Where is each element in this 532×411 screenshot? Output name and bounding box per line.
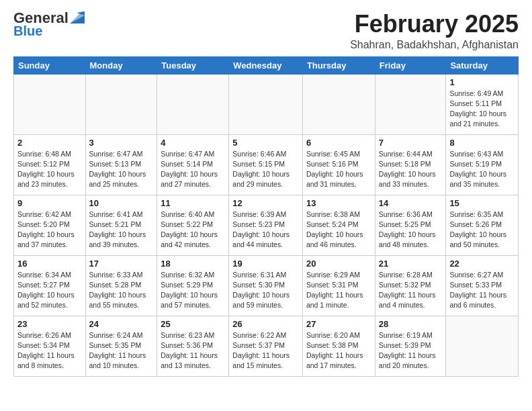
logo-icon: [70, 11, 85, 24]
day-number: 4: [161, 138, 225, 148]
calendar-cell: 17Sunrise: 6:33 AM Sunset: 5:28 PM Dayli…: [85, 255, 157, 316]
day-number: 7: [379, 138, 443, 148]
day-number: 3: [89, 138, 154, 148]
day-number: 20: [306, 259, 371, 269]
day-info: Sunrise: 6:47 AM Sunset: 5:13 PM Dayligh…: [89, 149, 154, 190]
title-block: February 2025 Shahran, Badakhshan, Afgha…: [350, 11, 519, 51]
day-number: 26: [232, 319, 299, 329]
day-number: 27: [306, 319, 371, 329]
day-number: 24: [89, 319, 154, 329]
day-info: Sunrise: 6:23 AM Sunset: 5:36 PM Dayligh…: [161, 330, 225, 371]
calendar-cell: 4Sunrise: 6:47 AM Sunset: 5:14 PM Daylig…: [157, 134, 229, 195]
calendar-cell: 10Sunrise: 6:41 AM Sunset: 5:21 PM Dayli…: [85, 195, 157, 255]
logo-blue-text: Blue: [13, 24, 42, 38]
calendar-cell: 18Sunrise: 6:32 AM Sunset: 5:29 PM Dayli…: [157, 255, 229, 316]
calendar-week-row: 1Sunrise: 6:49 AM Sunset: 5:11 PM Daylig…: [14, 74, 519, 134]
day-number: 1: [449, 77, 515, 87]
weekday-header-thursday: Thursday: [302, 56, 375, 74]
day-number: 11: [161, 198, 225, 208]
day-number: 9: [17, 198, 82, 208]
page: General Blue February 2025 Shahran, Bada…: [0, 0, 532, 390]
calendar-cell: 12Sunrise: 6:39 AM Sunset: 5:23 PM Dayli…: [229, 195, 303, 255]
calendar-cell: 22Sunrise: 6:27 AM Sunset: 5:33 PM Dayli…: [446, 255, 519, 316]
day-info: Sunrise: 6:40 AM Sunset: 5:22 PM Dayligh…: [161, 210, 225, 250]
day-info: Sunrise: 6:29 AM Sunset: 5:31 PM Dayligh…: [306, 270, 371, 311]
calendar-cell: 15Sunrise: 6:35 AM Sunset: 5:26 PM Dayli…: [446, 195, 519, 255]
day-number: 10: [89, 198, 154, 208]
calendar-cell: [302, 74, 375, 134]
calendar-cell: 1Sunrise: 6:49 AM Sunset: 5:11 PM Daylig…: [446, 74, 519, 134]
day-number: 15: [449, 198, 515, 208]
calendar-cell: 3Sunrise: 6:47 AM Sunset: 5:13 PM Daylig…: [85, 134, 157, 195]
day-info: Sunrise: 6:22 AM Sunset: 5:37 PM Dayligh…: [232, 330, 299, 371]
calendar: SundayMondayTuesdayWednesdayThursdayFrid…: [13, 56, 519, 377]
day-info: Sunrise: 6:35 AM Sunset: 5:26 PM Dayligh…: [449, 210, 515, 250]
day-number: 28: [379, 319, 443, 329]
calendar-cell: 11Sunrise: 6:40 AM Sunset: 5:22 PM Dayli…: [157, 195, 229, 255]
day-info: Sunrise: 6:39 AM Sunset: 5:23 PM Dayligh…: [232, 210, 299, 250]
calendar-cell: 6Sunrise: 6:45 AM Sunset: 5:16 PM Daylig…: [302, 134, 375, 195]
weekday-header-friday: Friday: [375, 56, 446, 74]
day-number: 16: [17, 259, 82, 269]
logo: General Blue: [13, 11, 85, 38]
calendar-cell: 19Sunrise: 6:31 AM Sunset: 5:30 PM Dayli…: [229, 255, 303, 316]
day-info: Sunrise: 6:42 AM Sunset: 5:20 PM Dayligh…: [17, 210, 82, 250]
calendar-cell: 2Sunrise: 6:48 AM Sunset: 5:12 PM Daylig…: [14, 134, 86, 195]
calendar-cell: [446, 316, 519, 376]
calendar-cell: [157, 74, 229, 134]
calendar-week-row: 16Sunrise: 6:34 AM Sunset: 5:27 PM Dayli…: [14, 255, 519, 316]
calendar-cell: 8Sunrise: 6:43 AM Sunset: 5:19 PM Daylig…: [446, 134, 519, 195]
day-info: Sunrise: 6:46 AM Sunset: 5:15 PM Dayligh…: [232, 149, 299, 190]
day-number: 18: [161, 259, 225, 269]
calendar-week-row: 23Sunrise: 6:26 AM Sunset: 5:34 PM Dayli…: [14, 316, 519, 376]
day-info: Sunrise: 6:41 AM Sunset: 5:21 PM Dayligh…: [89, 210, 154, 250]
day-info: Sunrise: 6:45 AM Sunset: 5:16 PM Dayligh…: [306, 149, 371, 190]
month-title: February 2025: [350, 11, 519, 38]
calendar-cell: 28Sunrise: 6:19 AM Sunset: 5:39 PM Dayli…: [375, 316, 446, 376]
calendar-cell: 23Sunrise: 6:26 AM Sunset: 5:34 PM Dayli…: [14, 316, 86, 376]
day-info: Sunrise: 6:31 AM Sunset: 5:30 PM Dayligh…: [232, 270, 299, 311]
day-info: Sunrise: 6:26 AM Sunset: 5:34 PM Dayligh…: [17, 330, 82, 371]
calendar-cell: 5Sunrise: 6:46 AM Sunset: 5:15 PM Daylig…: [229, 134, 303, 195]
day-info: Sunrise: 6:32 AM Sunset: 5:29 PM Dayligh…: [161, 270, 225, 311]
weekday-header-saturday: Saturday: [446, 56, 519, 74]
calendar-week-row: 2Sunrise: 6:48 AM Sunset: 5:12 PM Daylig…: [14, 134, 519, 195]
calendar-cell: 13Sunrise: 6:38 AM Sunset: 5:24 PM Dayli…: [302, 195, 375, 255]
day-number: 23: [17, 319, 82, 329]
day-info: Sunrise: 6:47 AM Sunset: 5:14 PM Dayligh…: [161, 149, 225, 190]
location: Shahran, Badakhshan, Afghanistan: [350, 39, 519, 51]
calendar-cell: 14Sunrise: 6:36 AM Sunset: 5:25 PM Dayli…: [375, 195, 446, 255]
header: General Blue February 2025 Shahran, Bada…: [13, 11, 519, 51]
day-number: 13: [306, 198, 371, 208]
day-number: 17: [89, 259, 154, 269]
day-number: 2: [17, 138, 82, 148]
day-number: 5: [232, 138, 299, 148]
weekday-header-row: SundayMondayTuesdayWednesdayThursdayFrid…: [14, 56, 519, 74]
day-info: Sunrise: 6:44 AM Sunset: 5:18 PM Dayligh…: [379, 149, 443, 190]
day-number: 19: [232, 259, 299, 269]
day-number: 8: [449, 138, 515, 148]
day-number: 22: [449, 259, 515, 269]
calendar-cell: 24Sunrise: 6:24 AM Sunset: 5:35 PM Dayli…: [85, 316, 157, 376]
calendar-cell: 26Sunrise: 6:22 AM Sunset: 5:37 PM Dayli…: [229, 316, 303, 376]
day-number: 12: [232, 198, 299, 208]
day-info: Sunrise: 6:34 AM Sunset: 5:27 PM Dayligh…: [17, 270, 82, 311]
weekday-header-tuesday: Tuesday: [157, 56, 229, 74]
day-info: Sunrise: 6:43 AM Sunset: 5:19 PM Dayligh…: [449, 149, 515, 190]
calendar-cell: 7Sunrise: 6:44 AM Sunset: 5:18 PM Daylig…: [375, 134, 446, 195]
calendar-cell: 27Sunrise: 6:20 AM Sunset: 5:38 PM Dayli…: [302, 316, 375, 376]
day-info: Sunrise: 6:49 AM Sunset: 5:11 PM Dayligh…: [449, 89, 515, 130]
day-info: Sunrise: 6:38 AM Sunset: 5:24 PM Dayligh…: [306, 210, 371, 250]
calendar-cell: 21Sunrise: 6:28 AM Sunset: 5:32 PM Dayli…: [375, 255, 446, 316]
day-info: Sunrise: 6:20 AM Sunset: 5:38 PM Dayligh…: [306, 330, 371, 371]
calendar-cell: [85, 74, 157, 134]
day-info: Sunrise: 6:24 AM Sunset: 5:35 PM Dayligh…: [89, 330, 154, 371]
calendar-cell: 9Sunrise: 6:42 AM Sunset: 5:20 PM Daylig…: [14, 195, 86, 255]
weekday-header-sunday: Sunday: [14, 56, 86, 74]
day-info: Sunrise: 6:36 AM Sunset: 5:25 PM Dayligh…: [379, 210, 443, 250]
day-info: Sunrise: 6:28 AM Sunset: 5:32 PM Dayligh…: [379, 270, 443, 311]
weekday-header-wednesday: Wednesday: [229, 56, 303, 74]
day-info: Sunrise: 6:48 AM Sunset: 5:12 PM Dayligh…: [17, 149, 82, 190]
calendar-cell: 20Sunrise: 6:29 AM Sunset: 5:31 PM Dayli…: [302, 255, 375, 316]
calendar-cell: [229, 74, 303, 134]
